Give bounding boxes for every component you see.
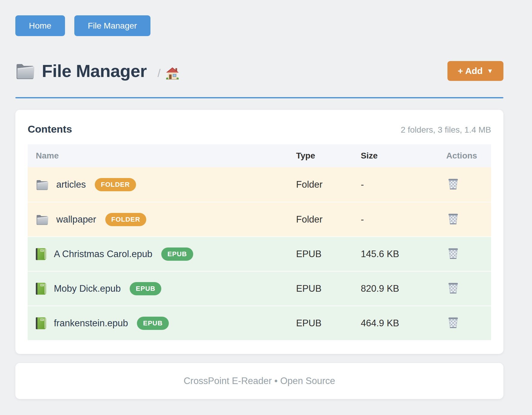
table-header-row: Name Type Size Actions [28, 144, 491, 167]
folder-icon [15, 62, 35, 80]
delete-button[interactable] [446, 246, 460, 261]
column-header-actions: Actions [442, 151, 491, 161]
file-name[interactable]: frankenstein.epub [54, 318, 128, 329]
home-icon[interactable] [165, 67, 179, 80]
book-icon [36, 282, 46, 295]
type-badge: EPUB [161, 247, 193, 261]
page: Home File Manager File Manager / + Add ▼… [15, 0, 503, 399]
title-divider [15, 97, 503, 98]
contents-summary: 2 folders, 3 files, 1.4 MB [401, 125, 491, 135]
delete-button[interactable] [446, 177, 460, 191]
folder-icon [36, 214, 48, 225]
file-name[interactable]: wallpaper [56, 214, 96, 225]
trash-icon [447, 178, 459, 190]
footer: CrossPoint E-Reader • Open Source [15, 363, 503, 399]
table-row: Moby Dick.epub EPUB EPUB 820.9 KB [28, 271, 491, 306]
column-header-name: Name [28, 151, 296, 161]
column-header-type: Type [296, 151, 361, 161]
nav-home-button[interactable]: Home [15, 15, 65, 36]
file-type: Folder [296, 214, 361, 225]
delete-button[interactable] [446, 315, 460, 330]
file-name[interactable]: Moby Dick.epub [54, 283, 121, 294]
file-type: EPUB [296, 318, 361, 329]
trash-icon [447, 247, 459, 260]
file-name[interactable]: articles [56, 179, 86, 190]
add-button[interactable]: + Add ▼ [447, 61, 503, 81]
type-badge: EPUB [137, 317, 169, 330]
type-badge: EPUB [130, 282, 161, 295]
nav-file-manager-button[interactable]: File Manager [74, 15, 150, 36]
delete-button[interactable] [446, 212, 460, 226]
type-badge: FOLDER [95, 178, 136, 191]
contents-heading: Contents [28, 123, 72, 135]
table-row: frankenstein.epub EPUB EPUB 464.9 KB [28, 306, 491, 340]
top-nav: Home File Manager [15, 0, 503, 36]
file-size: - [361, 179, 442, 190]
file-type: EPUB [296, 283, 361, 294]
add-button-label: + Add [458, 66, 483, 76]
file-type: Folder [296, 179, 361, 190]
file-size: 145.6 KB [361, 249, 442, 260]
file-size: 820.9 KB [361, 283, 442, 294]
breadcrumb: / [158, 67, 179, 80]
breadcrumb-separator: / [158, 67, 161, 80]
file-size: - [361, 214, 442, 225]
type-badge: FOLDER [105, 213, 146, 226]
file-table: Name Type Size Actions articles FOLDER F… [28, 144, 491, 340]
delete-button[interactable] [446, 281, 460, 295]
folder-icon [36, 179, 48, 190]
page-header: File Manager / + Add ▼ [15, 61, 503, 81]
file-size: 464.9 KB [361, 318, 442, 329]
trash-icon [447, 213, 459, 225]
chevron-down-icon: ▼ [487, 67, 493, 75]
contents-card: Contents 2 folders, 3 files, 1.4 MB Name… [15, 110, 503, 354]
file-name[interactable]: A Christmas Carol.epub [54, 249, 152, 260]
file-type: EPUB [296, 249, 361, 260]
table-row: articles FOLDER Folder - [28, 167, 491, 202]
footer-text: CrossPoint E-Reader • Open Source [184, 376, 335, 386]
book-icon [36, 317, 46, 330]
trash-icon [447, 317, 459, 329]
table-row: A Christmas Carol.epub EPUB EPUB 145.6 K… [28, 236, 491, 271]
column-header-size: Size [361, 151, 442, 161]
trash-icon [447, 282, 459, 294]
table-row: wallpaper FOLDER Folder - [28, 202, 491, 236]
page-title: File Manager [42, 61, 147, 81]
book-icon [36, 248, 46, 260]
